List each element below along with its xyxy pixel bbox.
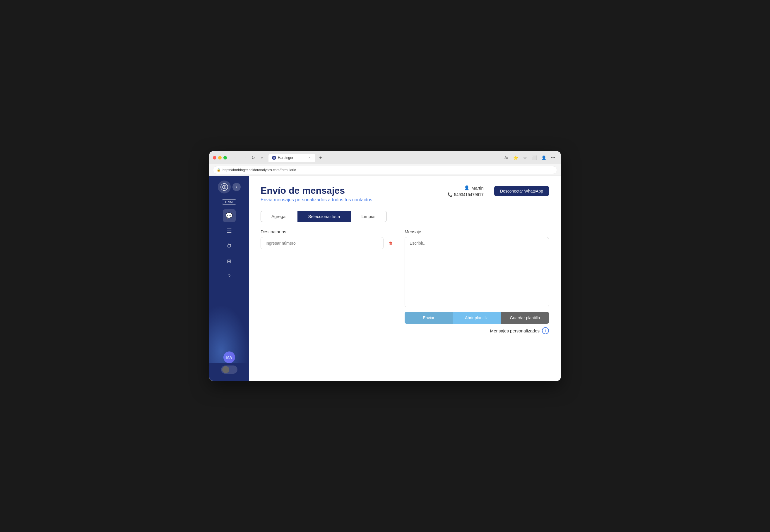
browser-actions: Aᵢ ⭐ ☆ ⬜ 👤 ••• <box>502 154 557 162</box>
logo-area: › <box>218 181 241 193</box>
message-label: Mensaje <box>405 229 549 234</box>
address-bar: 🔒 https://harbinger.seidoranalytics.com/… <box>209 164 561 176</box>
app-container: › TRIAL 💬 ☰ ⏱ ⊞ ? <box>209 176 561 381</box>
lock-icon: 🔒 <box>217 168 221 172</box>
sidebar-item-history[interactable]: ⏱ <box>223 240 236 253</box>
send-button[interactable]: Enviar <box>405 312 453 324</box>
table-icon: ⊞ <box>227 258 231 265</box>
close-traffic-light[interactable] <box>213 156 216 159</box>
sidebar-item-help[interactable]: ? <box>223 270 236 283</box>
user-icon: 👤 <box>464 185 470 191</box>
action-buttons: Enviar Abrir plantilla Guardar plantilla <box>405 312 549 324</box>
url-text: https://harbinger.seidoranalytics.com/fo… <box>222 168 296 172</box>
user-phone: 5493415479617 <box>454 192 484 197</box>
tab-bar: H Harbinger × + <box>268 154 500 162</box>
browser-action-btn-6[interactable]: ••• <box>549 154 557 162</box>
sidebar-item-table[interactable]: ⊞ <box>223 255 236 268</box>
tab-title: Harbinger <box>278 156 293 160</box>
tabs-row: Agregar Seleccionar lista Limpiar <box>260 211 549 222</box>
help-icon: ? <box>227 274 230 280</box>
browser-action-btn-5[interactable]: 👤 <box>540 154 548 162</box>
refresh-button[interactable]: ↻ <box>249 154 257 162</box>
tab-seleccionar-lista[interactable]: Seleccionar lista <box>297 211 351 222</box>
tab-favicon: H <box>272 156 276 160</box>
user-info-area: 👤 Martin 📞 5493415479617 <box>448 185 484 197</box>
recipients-column: Destinatarios 🗑 <box>260 229 395 334</box>
new-tab-button[interactable]: + <box>316 154 325 162</box>
browser-action-btn-4[interactable]: ⬜ <box>530 154 539 162</box>
tab-agregar[interactable]: Agregar <box>260 211 297 222</box>
form-layout: Destinatarios 🗑 Mensaje Enviar <box>260 229 549 334</box>
nav-buttons: ← → ↻ ⌂ <box>231 154 266 162</box>
forward-button[interactable]: → <box>240 154 248 162</box>
back-button[interactable]: ← <box>231 154 240 162</box>
trash-icon: 🗑 <box>388 241 393 246</box>
personalized-label: Mensajes personalizados <box>490 328 540 333</box>
harbinger-logo-svg <box>220 183 228 191</box>
recipients-label: Destinatarios <box>260 229 395 234</box>
svg-point-2 <box>224 186 225 188</box>
user-phone-row: 📞 5493415479617 <box>448 192 484 197</box>
main-content: Envío de mensajes Envía mensajes persona… <box>249 176 561 381</box>
phone-icon: 📞 <box>448 192 452 197</box>
minimize-traffic-light[interactable] <box>218 156 222 159</box>
traffic-lights <box>213 156 227 159</box>
page-title: Envío de mensajes <box>260 185 372 196</box>
recipients-input-row: 🗑 <box>260 237 395 249</box>
delete-recipient-button[interactable]: 🗑 <box>386 238 395 248</box>
whatsapp-icon: 💬 <box>225 212 233 219</box>
sidebar: › TRIAL 💬 ☰ ⏱ ⊞ ? <box>209 176 249 381</box>
save-template-button[interactable]: Guardar plantilla <box>501 312 549 324</box>
nav-items: 💬 ☰ ⏱ ⊞ ? <box>223 209 236 351</box>
browser-action-btn-1[interactable]: Aᵢ <box>502 154 510 162</box>
toggle-knob <box>222 366 229 373</box>
personalized-messages-row: Mensajes personalizados i <box>405 327 549 334</box>
fullscreen-traffic-light[interactable] <box>223 156 227 159</box>
page-header: Envío de mensajes Envía mensajes persona… <box>260 185 549 202</box>
trial-badge: TRIAL <box>222 199 236 205</box>
sidebar-item-list[interactable]: ☰ <box>223 224 236 237</box>
message-textarea[interactable] <box>405 237 549 307</box>
sidebar-item-whatsapp[interactable]: 💬 <box>223 209 236 222</box>
home-button[interactable]: ⌂ <box>258 154 266 162</box>
avatar-button[interactable]: MA <box>223 351 235 363</box>
recipients-input[interactable] <box>260 237 383 249</box>
page-subtitle: Envía mensajes personalizados a todos tu… <box>260 197 372 202</box>
browser-window: ← → ↻ ⌂ H Harbinger × + Aᵢ ⭐ ☆ ⬜ 👤 ••• 🔒… <box>209 151 561 381</box>
info-icon: i <box>545 329 546 333</box>
history-icon: ⏱ <box>227 243 232 249</box>
message-column: Mensaje Enviar Abrir plantilla Guardar p… <box>405 229 549 334</box>
browser-action-btn-3[interactable]: ☆ <box>521 154 529 162</box>
sidebar-toggle-btn[interactable]: › <box>232 183 241 191</box>
tab-limpiar[interactable]: Limpiar <box>351 211 387 222</box>
browser-titlebar: ← → ↻ ⌂ H Harbinger × + Aᵢ ⭐ ☆ ⬜ 👤 ••• <box>209 151 561 164</box>
disconnect-whatsapp-button[interactable]: Desconectar WhatsApp <box>494 186 549 196</box>
user-name-row: 👤 Martin <box>464 185 484 191</box>
list-icon: ☰ <box>227 227 232 234</box>
header-right: 👤 Martin 📞 5493415479617 Desconectar Wha… <box>448 185 549 197</box>
theme-toggle[interactable] <box>221 365 237 374</box>
personalized-info-button[interactable]: i <box>542 327 549 334</box>
url-input[interactable]: 🔒 https://harbinger.seidoranalytics.com/… <box>213 166 557 174</box>
tab-close-btn[interactable]: × <box>307 155 312 160</box>
user-name: Martin <box>471 186 484 191</box>
page-title-area: Envío de mensajes Envía mensajes persona… <box>260 185 372 202</box>
logo-icon <box>218 181 231 193</box>
open-template-button[interactable]: Abrir plantilla <box>453 312 501 324</box>
browser-action-btn-2[interactable]: ⭐ <box>512 154 520 162</box>
browser-tab[interactable]: H Harbinger × <box>268 154 315 162</box>
